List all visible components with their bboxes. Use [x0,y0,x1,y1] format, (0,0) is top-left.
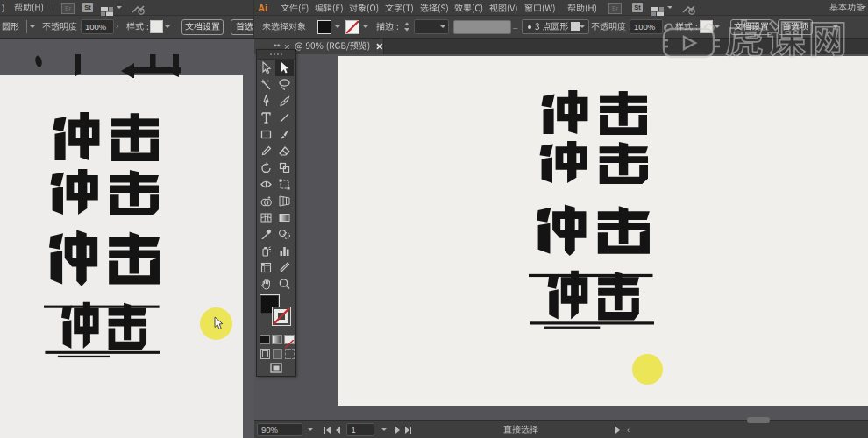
tool-mesh[interactable] [257,209,275,226]
fill-chevron-icon[interactable] [335,25,340,28]
chevron-down-icon[interactable] [667,6,672,9]
left-menu-help[interactable] [14,3,44,12]
document-tab-title[interactable] [295,41,370,51]
logo-slot-r2[interactable] [539,140,648,184]
tool-paintbrush[interactable] [275,126,294,143]
last-artboard-button[interactable] [405,427,412,434]
tool-pencil[interactable] [257,143,275,159]
gradient-chip[interactable] [272,335,282,344]
tool-eraser[interactable] [275,143,294,159]
brush-name-fragment[interactable] [2,22,19,32]
left-opacity-field[interactable]: 100% [81,19,114,34]
draw-normal-icon[interactable] [260,349,270,359]
tool-lasso[interactable] [275,76,294,93]
stock-icon[interactable]: St [632,3,643,12]
logo-slot-r4[interactable] [529,269,654,332]
screen-mode-button[interactable] [257,362,295,376]
stroke-weight-chevron-icon[interactable] [440,25,445,28]
menu-type[interactable] [385,4,414,13]
logo-slot-l3[interactable] [49,230,160,287]
left-style-swatch[interactable] [150,20,163,33]
logo-slot-r3[interactable] [537,204,651,257]
tool-hand[interactable] [257,276,275,293]
artboard-number[interactable]: 1 [352,426,356,434]
stroke-swatch[interactable] [345,20,359,34]
draw-inside-icon[interactable] [285,349,295,359]
profile-dash: – [513,24,517,32]
none-chip[interactable] [284,335,295,344]
tool-type[interactable] [257,110,275,126]
tool-rotate[interactable] [257,159,275,176]
next-artboard-button[interactable] [395,427,400,434]
zoom-field[interactable]: 90% [257,423,302,436]
zoom-chevron-icon[interactable] [308,428,313,431]
menu-file[interactable] [281,4,309,13]
tool-shape-builder[interactable] [257,193,275,209]
layout-icon[interactable] [101,4,113,12]
menu-effect[interactable] [454,4,483,13]
tool-eyedropper[interactable] [257,226,275,243]
layout-icon[interactable] [651,4,664,12]
opacity-field[interactable]: 100% [630,19,663,34]
menu-window[interactable] [524,4,556,13]
tool-blend[interactable] [275,226,294,243]
fill-swatch[interactable] [317,20,331,34]
tool-gradient[interactable] [275,209,294,226]
tool-pen[interactable] [257,93,275,110]
artboard-number-field[interactable]: 1 [346,423,374,436]
workspace-switcher[interactable] [829,3,864,12]
stroke-weight-field[interactable] [414,19,449,34]
menu-view[interactable] [489,4,518,13]
logo-slot-r1[interactable] [541,89,647,135]
tool-symbol-sprayer[interactable] [257,243,275,259]
scroll-thumb[interactable] [747,417,770,423]
prev-artboard-button[interactable] [336,427,340,434]
brush-chevron-icon[interactable] [30,25,35,28]
tool-artboard[interactable] [257,259,275,276]
toolbar-stroke-swatch[interactable] [272,307,291,326]
bridge-icon[interactable]: Br [608,3,622,14]
tool-scale[interactable] [275,159,294,176]
logo-slot-l2[interactable] [50,168,159,215]
stroke-chevron-icon[interactable] [363,25,368,28]
menu-object[interactable] [349,4,379,13]
left-opacity-arrow[interactable]: › [116,22,118,31]
logo-slot-l4[interactable] [44,300,160,361]
tool-magic-wand[interactable] [257,76,275,93]
artboard-chevron-icon[interactable] [381,428,387,431]
tool-free-transform[interactable] [275,176,294,193]
color-chip[interactable] [260,335,270,344]
tool-line-segment[interactable] [275,110,294,126]
brush-chevron-icon[interactable] [580,25,585,28]
status-collapse-icon[interactable]: ‹ [627,426,630,434]
workspace-chevron-icon[interactable] [861,6,866,9]
logo-slot-l1[interactable] [53,111,159,161]
opacity-value[interactable]: 100% [634,23,655,32]
left-style-chevron-icon[interactable] [165,25,170,28]
menu-edit[interactable] [315,4,344,13]
tool-width[interactable] [257,176,275,193]
status-menu-icon[interactable] [615,427,620,434]
left-opacity-value[interactable]: 100% [85,23,106,32]
bridge-icon[interactable]: Br [61,3,75,14]
tool-zoom[interactable] [275,276,294,293]
menu-select[interactable] [420,4,449,13]
tool-perspective-grid[interactable] [275,193,294,209]
stock-icon[interactable]: St [82,3,93,12]
zoom-value[interactable]: 90% [261,426,278,434]
tool-slice[interactable] [275,259,294,276]
tool-direct-selection[interactable] [275,60,294,76]
tool-rectangle[interactable] [257,126,275,143]
left-document-setup-button[interactable] [181,19,224,35]
chevron-down-icon[interactable] [117,6,122,9]
first-artboard-button[interactable] [324,427,331,434]
tool-column-graph[interactable] [275,243,294,259]
menu-help[interactable] [567,4,597,13]
width-profile-well[interactable] [453,20,511,34]
draw-behind-icon[interactable] [273,349,282,359]
tool-ink-brush[interactable] [275,93,294,110]
tab-close-icon[interactable] [376,43,383,50]
stroke-stepper[interactable] [403,20,411,32]
tools-panel-header[interactable] [257,50,295,60]
tool-selection[interactable] [257,60,275,76]
